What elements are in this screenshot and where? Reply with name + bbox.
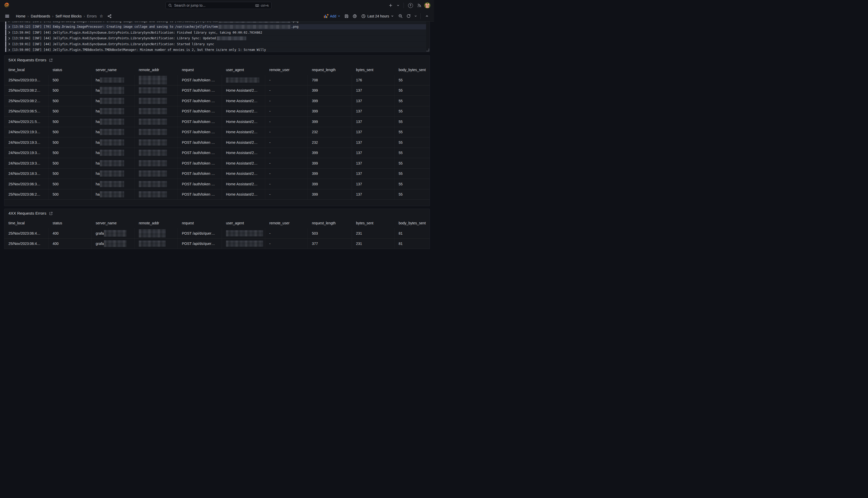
expand-chevron-icon[interactable]: [8, 25, 10, 28]
log-row[interactable]: [13:59:01] [INF] [44] Jellyfin.Plugin.Ko…: [5, 41, 426, 47]
add-panel-button[interactable]: Add: [322, 13, 342, 19]
table-cell: 399: [308, 148, 352, 158]
panel-resize-handle[interactable]: [426, 49, 429, 51]
table-cell: 55: [394, 169, 430, 179]
help-icon[interactable]: ?: [407, 2, 414, 9]
refresh-interval-chevron-down-icon[interactable]: [413, 13, 418, 20]
mega-menu-hamburger-icon[interactable]: [4, 13, 11, 20]
search-placeholder: Search or jump to...: [174, 3, 255, 8]
table-cell: POST /api/ds/quer…: [178, 228, 222, 238]
breadcrumb-dashboard-name[interactable]: Self Host Blocks: [55, 14, 82, 18]
column-header[interactable]: remote_addr: [135, 218, 178, 228]
toolbar-left: Home › Dashboards › Self Host Blocks › E…: [4, 13, 113, 20]
redacted-value: [100, 170, 124, 176]
log-message: [13:59:04] [INF] [44] Jellyfin.Plugin.Ko…: [12, 37, 216, 40]
panel-header[interactable]: 5XX Requests Errors: [4, 56, 430, 64]
column-header[interactable]: remote_user: [265, 218, 308, 228]
table-cell: 399: [308, 189, 352, 200]
user-avatar[interactable]: [424, 2, 430, 9]
table-cell: 25/Nov/2023:06:4…: [4, 228, 49, 238]
table-cell: 55: [394, 117, 430, 127]
log-row[interactable]: [13:59:12] [INF] [70] Emby.Drawing.Image…: [5, 24, 426, 30]
column-header[interactable]: server_name: [92, 64, 135, 75]
table-cell: POST /auth/token …: [178, 106, 222, 117]
table-cell: Home Assistant/2…: [222, 106, 265, 117]
expand-chevron-icon[interactable]: [8, 31, 10, 34]
refresh-button[interactable]: [405, 13, 412, 20]
table-cell: Home Assistant/2…: [222, 137, 265, 148]
column-header[interactable]: remote_addr: [135, 64, 178, 75]
breadcrumb-dashboards[interactable]: Dashboards: [31, 14, 50, 18]
log-level-bar: [5, 30, 6, 36]
table-cell: [135, 239, 178, 249]
breadcrumb: Home › Dashboards › Self Host Blocks › E…: [16, 14, 97, 18]
table-header-row: time_localstatusserver_nameremote_addrre…: [4, 218, 430, 228]
keyboard-icon: [255, 4, 259, 8]
new-plus-button[interactable]: [387, 2, 394, 9]
share-icon[interactable]: [106, 13, 113, 20]
breadcrumb-home[interactable]: Home: [16, 14, 25, 18]
table-cell: 55: [394, 137, 430, 148]
column-header[interactable]: status: [49, 64, 92, 75]
log-row[interactable]: [13:59:04] [INF] [44] Jellyfin.Plugin.Ko…: [5, 30, 426, 36]
dashboard-settings-gear-icon[interactable]: [351, 13, 358, 20]
column-header[interactable]: request_length: [308, 218, 352, 228]
column-header[interactable]: bytes_sent: [352, 64, 394, 75]
search-input[interactable]: Search or jump to... ctrl+k: [165, 2, 272, 9]
panel-header[interactable]: 4XX Requests Errors: [4, 209, 430, 218]
table-cell: POST /auth/token …: [178, 137, 222, 148]
column-header[interactable]: body_bytes_sent: [394, 64, 430, 75]
panel-title: 4XX Requests Errors: [9, 211, 46, 215]
log-rows-container: [13:59:12] [INF] [70] Emby.Drawing.Image…: [5, 22, 426, 52]
log-row[interactable]: [13:59:00] [INF] [44] Jellyfin.Plugin.TM…: [5, 47, 426, 52]
log-row[interactable]: [13:59:04] [INF] [44] Jellyfin.Plugin.Ko…: [5, 36, 426, 41]
save-dashboard-button[interactable]: [343, 13, 350, 20]
column-header[interactable]: request_length: [308, 64, 352, 75]
expand-chevron-icon[interactable]: [8, 43, 10, 45]
column-header[interactable]: server_name: [92, 218, 135, 228]
time-range-label: Last 24 hours: [367, 14, 389, 18]
table-cell: POST /auth/token …: [178, 148, 222, 158]
news-rss-icon[interactable]: [416, 2, 423, 9]
column-header[interactable]: bytes_sent: [352, 218, 394, 228]
table-cell: 55: [394, 86, 430, 96]
table-cell: Home Assistant/2…: [222, 96, 265, 106]
breadcrumb-separator: ›: [84, 14, 85, 18]
column-header[interactable]: remote_user: [265, 64, 308, 75]
table-cell: [135, 117, 178, 127]
table-cell: 399: [308, 96, 352, 106]
favorite-star-icon[interactable]: ☆: [98, 13, 105, 20]
table-cell: 137: [352, 137, 394, 148]
log-level-bar: [5, 41, 6, 47]
column-header[interactable]: request: [178, 218, 222, 228]
redacted-value: [100, 119, 124, 125]
table-row: 25/Nov/2023:06:4…400grafaPOST /api/ds/qu…: [4, 228, 430, 239]
column-header[interactable]: request: [178, 64, 222, 75]
external-link-icon[interactable]: [49, 58, 53, 62]
grafana-logo-icon[interactable]: [3, 2, 10, 9]
external-link-icon[interactable]: [49, 211, 53, 215]
zoom-out-time-button[interactable]: [397, 13, 404, 20]
column-header[interactable]: status: [49, 218, 92, 228]
table-cell: -: [265, 239, 308, 249]
table-cell: Home Assistant/2…: [222, 169, 265, 179]
column-header[interactable]: user_agent: [222, 64, 265, 75]
table-cell: 500: [49, 179, 92, 189]
expand-chevron-icon[interactable]: [8, 49, 10, 51]
column-header[interactable]: time_local: [4, 64, 49, 75]
log-row[interactable]: [13:59:12] [INF] [70] Emby.Drawing.Image…: [5, 22, 426, 24]
new-menu-chevron-down-icon[interactable]: [396, 2, 401, 9]
column-header[interactable]: time_local: [4, 218, 49, 228]
expand-chevron-icon[interactable]: [8, 37, 10, 40]
table-cell: 176: [352, 75, 394, 85]
table-cell: 25/Nov/2023:06:3…: [4, 179, 49, 189]
column-header[interactable]: user_agent: [222, 218, 265, 228]
table-cell: 231: [352, 228, 394, 238]
table-cell: grafa: [92, 228, 135, 238]
table-cell: 137: [352, 117, 394, 127]
table-cell: 55: [394, 127, 430, 137]
time-range-picker[interactable]: Last 24 hours: [360, 13, 396, 19]
column-header[interactable]: body_bytes_sent: [394, 218, 430, 228]
expand-chevron-icon[interactable]: [8, 22, 10, 22]
collapse-toolbar-chevron-up-icon[interactable]: [423, 13, 430, 20]
